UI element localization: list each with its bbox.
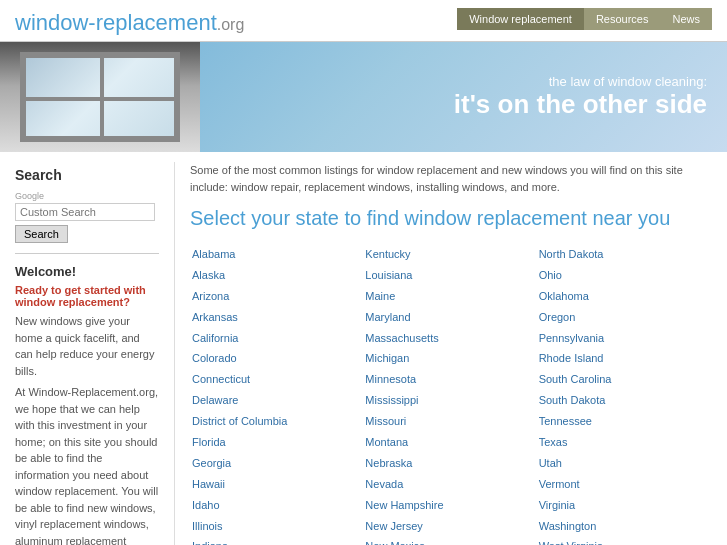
state-link[interactable]: Oregon <box>539 307 705 328</box>
main-content: Some of the most common listings for win… <box>175 162 727 545</box>
states-col-2: KentuckyLouisianaMaineMarylandMassachuse… <box>365 244 536 545</box>
state-link[interactable]: Kentucky <box>365 244 531 265</box>
states-col-1: AlabamaAlaskaArizonaArkansasCaliforniaCo… <box>192 244 363 545</box>
google-label: Google <box>15 191 159 201</box>
content-area: Search Google Search Welcome! Ready to g… <box>0 152 727 545</box>
main-nav: Window replacement Resources News <box>457 8 712 30</box>
sidebar: Search Google Search Welcome! Ready to g… <box>0 162 175 545</box>
state-link[interactable]: Illinois <box>192 516 358 537</box>
logo-org: .org <box>217 16 245 33</box>
state-link[interactable]: Nevada <box>365 474 531 495</box>
nav-item-resources[interactable]: Resources <box>584 8 661 30</box>
state-link[interactable]: Connecticut <box>192 369 358 390</box>
welcome-text-1: New windows give your home a quick facel… <box>15 313 159 379</box>
state-link[interactable]: North Dakota <box>539 244 705 265</box>
banner-subtitle: the law of window cleaning: <box>549 74 707 89</box>
nav-item-news[interactable]: News <box>660 8 712 30</box>
state-link[interactable]: South Carolina <box>539 369 705 390</box>
state-link[interactable]: Arkansas <box>192 307 358 328</box>
welcome-subtitle: Ready to get started with window replace… <box>15 284 159 308</box>
state-link[interactable]: Ohio <box>539 265 705 286</box>
state-link[interactable]: Nebraska <box>365 453 531 474</box>
state-link[interactable]: Pennsylvania <box>539 328 705 349</box>
state-link[interactable]: Missouri <box>365 411 531 432</box>
state-link[interactable]: Minnesota <box>365 369 531 390</box>
states-table: AlabamaAlaskaArizonaArkansasCaliforniaCo… <box>190 242 712 545</box>
states-col-3: North DakotaOhioOklahomaOregonPennsylvan… <box>539 244 710 545</box>
state-link[interactable]: Louisiana <box>365 265 531 286</box>
banner: the law of window cleaning: it's on the … <box>0 42 727 152</box>
search-input[interactable] <box>15 203 155 221</box>
state-link[interactable]: Vermont <box>539 474 705 495</box>
sidebar-divider <box>15 253 159 254</box>
state-link[interactable]: Idaho <box>192 495 358 516</box>
state-link[interactable]: Washington <box>539 516 705 537</box>
state-link[interactable]: Utah <box>539 453 705 474</box>
state-link[interactable]: Rhode Island <box>539 348 705 369</box>
state-link[interactable]: Maine <box>365 286 531 307</box>
state-link[interactable]: District of Columbia <box>192 411 358 432</box>
state-link[interactable]: New Mexico <box>365 536 531 545</box>
state-link[interactable]: Virginia <box>539 495 705 516</box>
window-graphic <box>20 52 180 142</box>
state-link[interactable]: Massachusetts <box>365 328 531 349</box>
state-link[interactable]: Michigan <box>365 348 531 369</box>
state-link[interactable]: South Dakota <box>539 390 705 411</box>
state-link[interactable]: Arizona <box>192 286 358 307</box>
state-link[interactable]: Tennessee <box>539 411 705 432</box>
state-link[interactable]: Alaska <box>192 265 358 286</box>
state-link[interactable]: Georgia <box>192 453 358 474</box>
state-link[interactable]: Maryland <box>365 307 531 328</box>
state-link[interactable]: New Jersey <box>365 516 531 537</box>
state-link[interactable]: Indiana <box>192 536 358 545</box>
state-link[interactable]: West Virginia <box>539 536 705 545</box>
intro-text: Some of the most common listings for win… <box>190 162 712 195</box>
state-link[interactable]: Texas <box>539 432 705 453</box>
state-link[interactable]: New Hampshire <box>365 495 531 516</box>
welcome-heading: Welcome! <box>15 264 159 279</box>
state-link[interactable]: Alabama <box>192 244 358 265</box>
state-link[interactable]: Florida <box>192 432 358 453</box>
state-link[interactable]: Mississippi <box>365 390 531 411</box>
search-button[interactable]: Search <box>15 225 68 243</box>
header: window-replacement.org Window replacemen… <box>0 0 727 42</box>
states-heading: Select your state to find window replace… <box>190 207 712 230</box>
state-link[interactable]: Oklahoma <box>539 286 705 307</box>
state-link[interactable]: Montana <box>365 432 531 453</box>
state-link[interactable]: Colorado <box>192 348 358 369</box>
banner-title: it's on the other side <box>454 89 707 120</box>
welcome-text-2: At Window-Replacement.org, we hope that … <box>15 384 159 545</box>
state-link[interactable]: Delaware <box>192 390 358 411</box>
banner-image <box>0 42 200 152</box>
state-link[interactable]: Hawaii <box>192 474 358 495</box>
search-heading: Search <box>15 167 159 183</box>
state-link[interactable]: California <box>192 328 358 349</box>
nav-item-window-replacement[interactable]: Window replacement <box>457 8 584 30</box>
banner-text: the law of window cleaning: it's on the … <box>200 42 727 152</box>
logo-main: window-replacement <box>15 10 217 35</box>
search-box: Google Search <box>15 191 159 243</box>
